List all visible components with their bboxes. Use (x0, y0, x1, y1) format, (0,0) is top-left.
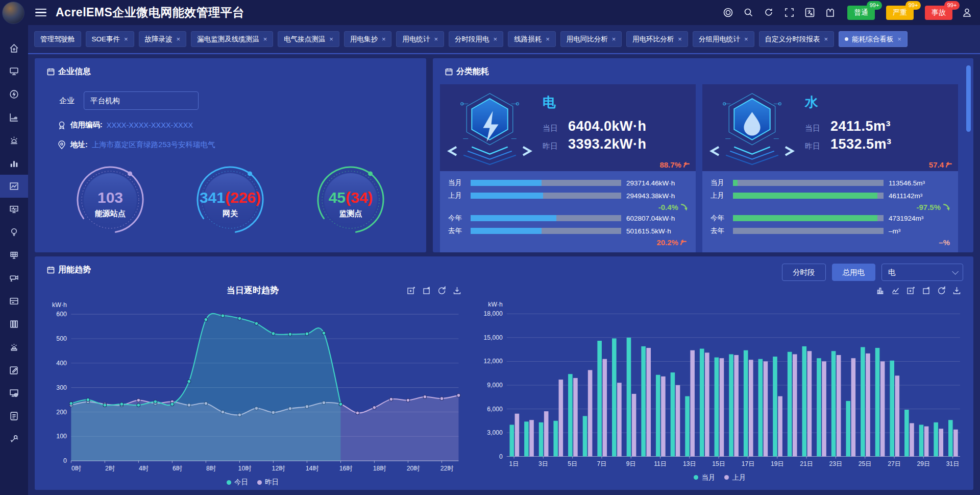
tab-close-icon[interactable]: × (329, 35, 333, 43)
about-icon[interactable] (722, 7, 734, 19)
tab-能耗综合看板[interactable]: 能耗综合看板× (839, 31, 908, 47)
trend-button-分时段[interactable]: 分时段 (782, 264, 826, 281)
sidebar-item-area-chart[interactable] (0, 106, 28, 129)
sidebar-item-edit[interactable] (0, 359, 28, 382)
tab-close-icon[interactable]: × (744, 35, 748, 43)
download-icon[interactable] (453, 286, 461, 295)
sidebar-item-alarm-light[interactable] (0, 336, 28, 359)
refresh-icon[interactable] (937, 286, 946, 295)
bar-fill (471, 215, 556, 221)
tab-分时段用电[interactable]: 分时段用电× (449, 31, 503, 47)
bar-fill (471, 228, 542, 234)
stat-ring-网关: 341(226) 网关 (189, 159, 271, 241)
line-switch-icon[interactable] (891, 286, 900, 295)
hamburger-menu-icon[interactable] (35, 7, 46, 19)
sidebar-item-energy[interactable] (0, 83, 28, 106)
sidebar-item-bar-chart[interactable] (0, 152, 28, 175)
tab-close-icon[interactable]: × (177, 35, 181, 43)
sidebar-item-bulb[interactable] (0, 221, 28, 244)
energy-card-电: 电当日6404.0kW·h昨日3393.2kW·h88.7%当月293714.4… (440, 84, 696, 252)
compare-bar-row: 上月4611142m³ (710, 191, 951, 201)
tab-电气接点测温[interactable]: 电气接点测温× (278, 31, 339, 47)
tab-close-icon[interactable]: × (124, 35, 128, 43)
svg-text:300: 300 (56, 384, 67, 391)
user-icon[interactable] (961, 7, 973, 19)
bar-fill (733, 180, 738, 186)
tab-close-icon[interactable]: × (434, 35, 438, 43)
sidebar-item-card-panel[interactable] (0, 290, 28, 313)
sidebar-item-home[interactable] (0, 37, 28, 60)
bar-switch-icon[interactable] (876, 286, 885, 295)
tab-label: 能耗综合看板 (852, 35, 893, 44)
tab-用电同比分析[interactable]: 用电同比分析× (560, 31, 622, 47)
scrollbar-thumb[interactable] (966, 65, 971, 132)
tab-close-icon[interactable]: × (263, 35, 267, 43)
trend-panel-title: 用能趋势 (35, 256, 91, 275)
energy-type-select[interactable]: 电 (881, 264, 963, 281)
tab-故障录波[interactable]: 故障录波× (139, 31, 187, 47)
tab-SOE事件[interactable]: SOE事件× (86, 31, 134, 47)
company-form: 企业 平台机构 (59, 91, 426, 110)
legend-item-当月[interactable]: 当月 (694, 473, 715, 482)
svg-text:29日: 29日 (917, 460, 930, 467)
theme-icon[interactable] (824, 7, 836, 19)
download-icon[interactable] (952, 286, 961, 295)
sidebar-item-archive[interactable] (0, 313, 28, 336)
tab-close-icon[interactable]: × (546, 35, 550, 43)
refresh-icon[interactable] (763, 7, 775, 19)
restore-box-icon[interactable] (422, 286, 431, 295)
bar-track (471, 228, 621, 234)
tab-close-icon[interactable]: × (824, 35, 828, 43)
avatar[interactable] (2, 2, 24, 24)
monitor-icon (9, 66, 19, 77)
tab-管理驾驶舱[interactable]: 管理驾驶舱 (34, 31, 81, 47)
sidebar-item-line-chart[interactable] (0, 175, 28, 198)
tab-close-icon[interactable]: × (678, 35, 682, 43)
bar-track (733, 215, 884, 221)
fullscreen-icon[interactable] (783, 7, 795, 19)
alarm-badge-1[interactable]: 严重99+ (886, 6, 914, 20)
tab-自定义分时段报表[interactable]: 自定义分时段报表× (759, 31, 835, 47)
legend-item-上月[interactable]: 上月 (724, 473, 746, 482)
siren-icon (9, 135, 19, 146)
tab-用电集抄[interactable]: 用电集抄× (344, 31, 392, 47)
legend-item-今日[interactable]: 今日 (227, 478, 248, 487)
enterprise-panel-title: 企业信息 (35, 58, 426, 77)
zoom-box-icon[interactable] (906, 286, 915, 295)
sidebar-item-pc-gear[interactable] (0, 382, 28, 405)
sidebar-item-camera[interactable] (0, 267, 28, 290)
tab-close-icon[interactable]: × (382, 35, 386, 43)
tab-close-icon[interactable]: × (897, 35, 901, 43)
svg-text:15,000: 15,000 (484, 334, 503, 341)
zoom-box-icon[interactable] (407, 286, 415, 295)
bar-row-label: 今年 (710, 214, 728, 223)
restore-box-icon[interactable] (922, 286, 930, 295)
energy-type-label: 电 (543, 93, 691, 111)
alarm-badge-0[interactable]: 普通99+ (847, 6, 875, 20)
translate-icon[interactable] (803, 7, 816, 19)
company-select[interactable]: 平台机构 (84, 91, 199, 110)
tab-close-icon[interactable]: × (494, 35, 498, 43)
legend-item-昨日[interactable]: 昨日 (257, 478, 279, 487)
active-tab-dot (845, 37, 848, 41)
sidebar-item-siren[interactable] (0, 129, 28, 152)
tab-close-icon[interactable]: × (612, 35, 616, 43)
tab-线路损耗[interactable]: 线路损耗× (508, 31, 556, 47)
sidebar-item-document[interactable] (0, 405, 28, 428)
alarm-badge-2[interactable]: 事故99+ (925, 6, 952, 20)
tab-用电统计[interactable]: 用电统计× (396, 31, 444, 47)
energy-card-水: 水当日2411.5m³昨日1532.5m³57.4当月113546.5m³上月4… (702, 84, 958, 252)
refresh-icon[interactable] (437, 286, 446, 295)
trend-button-总用电[interactable]: 总用电 (832, 264, 876, 281)
sidebar-item-monitor-pulse[interactable] (0, 198, 28, 221)
sidebar-item-solar-panel[interactable] (0, 244, 28, 267)
tab-用电环比分析[interactable]: 用电环比分析× (626, 31, 688, 47)
sidebar-item-tools[interactable] (0, 428, 28, 451)
tab-漏电监测及线缆测温[interactable]: 漏电监测及线缆测温× (191, 31, 273, 47)
search-icon[interactable] (742, 7, 754, 19)
tab-label: 分时段用电 (455, 35, 489, 44)
sidebar-item-monitor[interactable] (0, 60, 28, 83)
card-panel-icon (9, 296, 19, 307)
stat-ring-监测点: 45(34) 监测点 (310, 159, 391, 241)
tab-分组用电统计[interactable]: 分组用电统计× (693, 31, 754, 47)
